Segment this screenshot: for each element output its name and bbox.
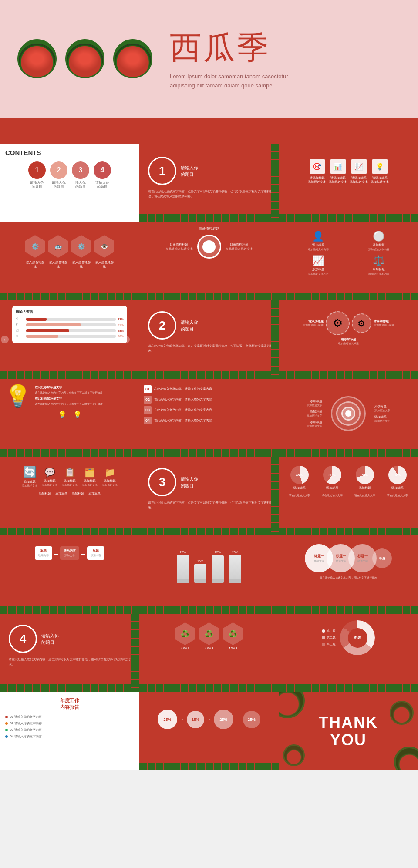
contents-item-1: 1 请输入你的题目	[28, 161, 46, 190]
slide-target: 添加标题添加描述文字 添加标题添加描述文字 添加标题添加描述文字 添加标题添加描…	[279, 379, 418, 457]
contents-item-2: 2 请输入你的题目	[50, 161, 67, 190]
flow-circle-2: 15%	[187, 711, 204, 728]
grid-item-4: ⚖️ 添加标题 添加描述文本内容	[350, 255, 407, 276]
slide-section2-intro: 2 请输入你的题目 请在此处输入您的文字内容，点击文字可以对文字进行修改，也可以…	[139, 300, 279, 379]
wm-border-right-19	[131, 614, 139, 692]
wm-border-bottom-18	[279, 606, 418, 614]
hex-2: 🚌	[48, 235, 68, 258]
icon-col-3: 📈 请添加标题添加描述文本	[350, 159, 368, 184]
section3-desc: 请在此处输入您的文字内容，点击文字可以对文字进行修改，也可以双击文字框对文字进行…	[148, 501, 274, 510]
watermelon-2	[65, 39, 104, 78]
contents-num-4: 4	[94, 161, 111, 179]
circle-main	[197, 235, 221, 259]
slide-stats: ‹ › 请输入查告 分 23% 析 61% 图 48% 表 36%	[0, 300, 139, 379]
slide-bar-cylinders: 25% 15% 25% 25%	[139, 535, 279, 614]
contents-label-2: 请输入你的题目	[50, 181, 67, 190]
section1-circle: 1	[148, 157, 176, 185]
wm-border-bottom-8	[139, 371, 279, 379]
wm-border-bottom-7	[0, 371, 139, 379]
contents-num-2: 2	[50, 161, 67, 179]
wm-border-bottom-16	[0, 606, 139, 614]
icon-col-2: 📊 请添加标题添加描述文本	[329, 159, 347, 184]
contents-label-4: 请输入你的题目	[94, 181, 111, 190]
wm-border-bottom-21	[279, 684, 418, 692]
slide-numbered-flow: 01 在此处输入文字内容，请输入您的文字内容 02 在此处输入文字内容，请输入您…	[139, 379, 279, 457]
hero-title: 西瓜季	[170, 27, 288, 69]
wm-border-bottom-17	[139, 606, 279, 614]
circle-big-4: 标题	[372, 548, 392, 568]
contents-num-1: 1	[28, 161, 46, 179]
pct-col-3: 70% 添加标题	[356, 466, 374, 490]
slide-overlap-circles: 标题一 描述文字 标题一 描述文字 标题一 描述文字 标题 请在此处输入描述文本…	[279, 535, 418, 614]
slide-icons-row: 🎯 请添加标题添加描述文本 📊 请添加标题添加描述文本 📈 请添加标题添加描述文…	[279, 144, 418, 222]
pct-col-1: 45% 添加标题	[290, 466, 309, 490]
wm-border-right-2	[271, 144, 279, 222]
bulls-eye	[331, 396, 366, 431]
contents-label-1: 请输入你的题目	[28, 181, 46, 190]
hero-slide: 西瓜季 Lorem ipsum dolor sameman tanam case…	[0, 0, 418, 118]
wm-border-bottom-23	[139, 763, 279, 770]
slide-pct-circles: 45% 添加标题 60% 添加标题 70% 添加标题 92% 添加标题 请在此处…	[279, 457, 418, 535]
wm-border-right-8	[271, 300, 279, 379]
nav-right[interactable]: ›	[122, 336, 130, 343]
pct-col-4: 92% 添加标题	[388, 466, 407, 490]
bulb-icon: 💡	[4, 385, 31, 407]
wm-border-bottom-3	[279, 214, 418, 222]
hex-3: ⚙️	[71, 235, 91, 258]
slide-section1-intro: 1 请输入你的题目 请在此处输入您的文字内容，点击文字可以对文字进行修改，也可以…	[139, 144, 279, 222]
bulb-icon2: 💡	[58, 410, 67, 419]
section3-label: 请输入你的题目	[181, 476, 198, 489]
slide-contents: CONTENTS 1 请输入你的题目 2 请输入你的题目 3 输入你的题目 4 …	[0, 144, 139, 222]
nav-left[interactable]: ‹	[1, 336, 9, 343]
wm-border-bottom-9	[279, 371, 418, 379]
slide-flow-arrows: 25% → 15% → 25% → 25%	[139, 692, 279, 770]
gear-2: ⚙	[352, 313, 371, 333]
wm-br	[394, 747, 418, 770]
hero-watermelons	[17, 39, 152, 78]
contents-label-3: 输入你的题目	[72, 181, 89, 190]
section2-label: 请输入你的题目	[181, 319, 198, 332]
section2-circle: 2	[148, 311, 176, 340]
grid-item-3: 📈 添加标题 添加描述文本内容	[290, 255, 347, 276]
hex-1: ⚙️	[25, 235, 45, 258]
flow-circle-4: 25%	[243, 711, 260, 728]
slide-section3-intro: 3 请输入你的题目 请在此处输入您的文字内容，点击文字可以对文字进行修改，也可以…	[139, 457, 279, 535]
section2-desc: 请在此处输入您的文字内容，点击文字可以对文字进行修改，也可以双击文字框对文字进行…	[148, 344, 274, 353]
wm-tl	[279, 692, 305, 718]
pct-col-2: 60% 添加标题	[323, 466, 341, 490]
wm-border-bottom-13	[0, 528, 139, 535]
wm-border-bottom-20	[139, 684, 279, 692]
wm-border-right-14	[271, 457, 279, 535]
grid-item-2: ⚪ 添加标题 添加描述文本内容	[350, 231, 407, 252]
wm-border-bottom-5	[139, 293, 279, 300]
hex-4: 👁️	[94, 235, 114, 258]
flow-circle-3: 25%	[214, 710, 233, 729]
wm-border-bottom-4	[0, 293, 139, 300]
contents-title: CONTENTS	[5, 149, 134, 156]
watermelon-3	[113, 39, 152, 78]
slides-grid: CONTENTS 1 请输入你的题目 2 请输入你的题目 3 输入你的题目 4 …	[0, 144, 418, 770]
icon-col-4: 💡 请添加标题添加描述文本	[371, 159, 389, 184]
wm-border-bottom-10	[0, 449, 139, 457]
section4-label: 请输入你的题目	[41, 632, 59, 646]
section3-circle: 3	[148, 468, 176, 496]
slide-box-flow: 标题 联系内容 联系内容 添加文本 标题 联系内容	[0, 535, 139, 614]
section1-label: 请输入你的题目	[181, 165, 198, 178]
contents-num-3: 3	[72, 161, 89, 179]
section1-desc: 请在此处输入您的文字内容，点击文字可以对文字进行修改，也可以双击文字框对文字进行…	[148, 189, 274, 198]
icon-col-1: 🎯 请添加标题添加描述文本	[308, 159, 326, 184]
wm-border-bottom-12	[279, 449, 418, 457]
grid-item-1: 👤 添加标题 添加描述文本内容	[290, 231, 347, 252]
donut-chart: 图表	[340, 620, 375, 655]
wm-tr	[390, 701, 414, 725]
hero-subtitle: Lorem ipsum dolor sameman tanam casectet…	[170, 72, 288, 91]
slide-bulb: 💡 在此处添加标题文字 请在此处输入您的文字内容，点击文字可以对文字进行修改 在…	[0, 379, 139, 457]
watermelon-1	[17, 39, 57, 78]
wm-border-bottom-11	[139, 449, 279, 457]
thankyou-text: THANK YOU	[319, 714, 378, 748]
wm-bl	[283, 744, 305, 766]
red-stripe	[0, 118, 418, 144]
wm-border-bottom-6	[279, 293, 418, 300]
bulb-icon3: 💡	[73, 410, 82, 419]
gear-1: ⚙	[326, 311, 350, 335]
